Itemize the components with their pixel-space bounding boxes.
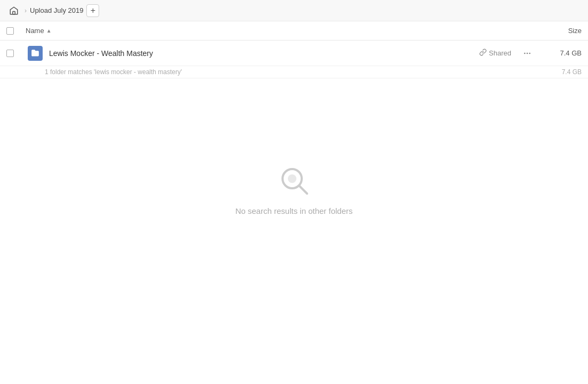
svg-point-6 xyxy=(288,174,296,183)
svg-rect-0 xyxy=(13,11,15,14)
column-headers: Name ▲ Size xyxy=(0,21,588,41)
file-size: 7.4 GB xyxy=(539,49,582,57)
add-button[interactable]: + xyxy=(86,4,99,17)
breadcrumb-bar: › Upload July 2019 + xyxy=(0,0,588,21)
size-column-header: Size xyxy=(539,27,582,35)
shared-badge: Shared xyxy=(479,49,511,58)
match-count-row: 1 folder matches 'lewis mocker - wealth … xyxy=(0,66,588,78)
breadcrumb-title: Upload July 2019 xyxy=(30,6,83,14)
svg-point-2 xyxy=(527,52,528,54)
breadcrumb-separator: › xyxy=(25,7,27,14)
svg-point-1 xyxy=(524,52,526,54)
svg-point-3 xyxy=(529,52,530,54)
link-icon xyxy=(479,49,487,58)
row-checkbox[interactable] xyxy=(6,50,14,57)
table-row[interactable]: Lewis Mocker - Wealth Mastery Shared 7.4… xyxy=(0,41,588,66)
no-results-icon xyxy=(277,164,311,198)
home-button[interactable] xyxy=(6,3,21,18)
match-count-size: 7.4 GB xyxy=(539,68,582,76)
file-name: Lewis Mocker - Wealth Mastery xyxy=(49,49,479,58)
sort-arrow-icon: ▲ xyxy=(46,28,52,34)
name-column-header[interactable]: Name ▲ xyxy=(26,27,539,35)
more-options-button[interactable] xyxy=(520,46,535,61)
select-all-checkbox[interactable] xyxy=(6,27,14,35)
empty-state: No search results in other folders xyxy=(0,78,588,215)
svg-line-5 xyxy=(299,186,307,194)
folder-icon xyxy=(28,46,43,61)
empty-state-message: No search results in other folders xyxy=(235,206,352,215)
shared-label: Shared xyxy=(489,49,511,57)
match-count-text: 1 folder matches 'lewis mocker - wealth … xyxy=(45,68,539,76)
